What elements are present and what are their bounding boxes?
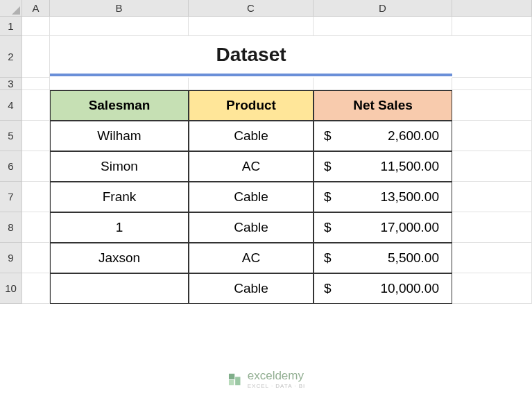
- row-header-4[interactable]: 4: [0, 90, 22, 121]
- cell-netsales-4[interactable]: $ 5,500.00: [314, 243, 452, 273]
- cell-salesman-1[interactable]: Simon: [50, 151, 189, 182]
- cell-e5[interactable]: [452, 121, 532, 151]
- cell-e3[interactable]: [452, 78, 532, 90]
- cell-e1[interactable]: [452, 17, 532, 36]
- col-header-d[interactable]: D: [314, 0, 452, 17]
- cell-d3[interactable]: [314, 78, 452, 90]
- cell-salesman-2[interactable]: Frank: [50, 182, 189, 212]
- amount-value: 11,500.00: [380, 159, 439, 174]
- cell-salesman-0[interactable]: Wilham: [50, 121, 189, 151]
- dataset-title[interactable]: Dataset: [50, 36, 452, 76]
- cell-netsales-2[interactable]: $ 13,500.00: [314, 182, 452, 212]
- cell-e10[interactable]: [452, 273, 532, 304]
- currency-symbol: $: [324, 128, 332, 144]
- col-header-blank: [452, 0, 532, 17]
- watermark-name: exceldemy: [248, 369, 304, 382]
- watermark: exceldemy EXCEL · DATA · BI: [227, 369, 306, 389]
- header-product[interactable]: Product: [189, 90, 314, 121]
- cell-a3[interactable]: [22, 78, 50, 90]
- col-header-c[interactable]: C: [189, 0, 314, 17]
- row-header-8[interactable]: 8: [0, 212, 22, 243]
- cell-salesman-3[interactable]: 1: [50, 212, 189, 243]
- cell-salesman-5[interactable]: [50, 273, 189, 304]
- cell-d1[interactable]: [314, 17, 452, 36]
- amount-value: 10,000.00: [380, 281, 439, 296]
- header-netsales[interactable]: Net Sales: [314, 90, 452, 121]
- row-header-5[interactable]: 5: [0, 121, 22, 151]
- cell-netsales-3[interactable]: $ 17,000.00: [314, 212, 452, 243]
- cell-product-4[interactable]: AC: [189, 243, 314, 273]
- cell-a10[interactable]: [22, 273, 50, 304]
- cell-b3[interactable]: [50, 78, 189, 90]
- cell-c3[interactable]: [189, 78, 314, 90]
- cell-netsales-1[interactable]: $ 11,500.00: [314, 151, 452, 182]
- col-header-b[interactable]: B: [50, 0, 189, 17]
- cell-e9[interactable]: [452, 243, 532, 273]
- exceldemy-logo-icon: [227, 372, 242, 387]
- cell-netsales-5[interactable]: $ 10,000.00: [314, 273, 452, 304]
- row-header-1[interactable]: 1: [0, 17, 22, 36]
- row-header-7[interactable]: 7: [0, 182, 22, 212]
- amount-value: 2,600.00: [388, 128, 439, 144]
- cell-a5[interactable]: [22, 121, 50, 151]
- cell-e4[interactable]: [452, 90, 532, 121]
- cell-a1[interactable]: [22, 17, 50, 36]
- cell-c1[interactable]: [189, 17, 314, 36]
- cell-e7[interactable]: [452, 182, 532, 212]
- cell-netsales-0[interactable]: $ 2,600.00: [314, 121, 452, 151]
- amount-value: 13,500.00: [380, 189, 439, 205]
- cell-e6[interactable]: [452, 151, 532, 182]
- cell-product-0[interactable]: Cable: [189, 121, 314, 151]
- cell-salesman-4[interactable]: Jaxson: [50, 243, 189, 273]
- watermark-tagline: EXCEL · DATA · BI: [248, 383, 306, 389]
- currency-symbol: $: [324, 189, 332, 205]
- cell-a7[interactable]: [22, 182, 50, 212]
- row-header-9[interactable]: 9: [0, 243, 22, 273]
- cell-e8[interactable]: [452, 212, 532, 243]
- cell-product-1[interactable]: AC: [189, 151, 314, 182]
- cell-product-5[interactable]: Cable: [189, 273, 314, 304]
- cell-product-3[interactable]: Cable: [189, 212, 314, 243]
- cell-a6[interactable]: [22, 151, 50, 182]
- cell-a9[interactable]: [22, 243, 50, 273]
- currency-symbol: $: [324, 159, 332, 174]
- header-salesman[interactable]: Salesman: [50, 90, 189, 121]
- cell-a2[interactable]: [22, 36, 50, 78]
- row-header-2[interactable]: 2: [0, 36, 22, 78]
- cell-product-2[interactable]: Cable: [189, 182, 314, 212]
- row-header-3[interactable]: 3: [0, 78, 22, 90]
- currency-symbol: $: [324, 220, 332, 235]
- select-all-corner[interactable]: [0, 0, 22, 17]
- row-header-10[interactable]: 10: [0, 273, 22, 304]
- col-header-a[interactable]: A: [22, 0, 50, 17]
- cell-e2[interactable]: [452, 36, 532, 78]
- currency-symbol: $: [324, 281, 332, 296]
- cell-a4[interactable]: [22, 90, 50, 121]
- spreadsheet-grid: A B C D 1 2 Dataset 3 4 Salesman Product…: [0, 0, 532, 304]
- cell-a8[interactable]: [22, 212, 50, 243]
- cell-b1[interactable]: [50, 17, 189, 36]
- row-header-6[interactable]: 6: [0, 151, 22, 182]
- amount-value: 17,000.00: [380, 220, 439, 235]
- watermark-text-block: exceldemy EXCEL · DATA · BI: [248, 369, 306, 389]
- currency-symbol: $: [324, 250, 332, 266]
- amount-value: 5,500.00: [388, 250, 439, 266]
